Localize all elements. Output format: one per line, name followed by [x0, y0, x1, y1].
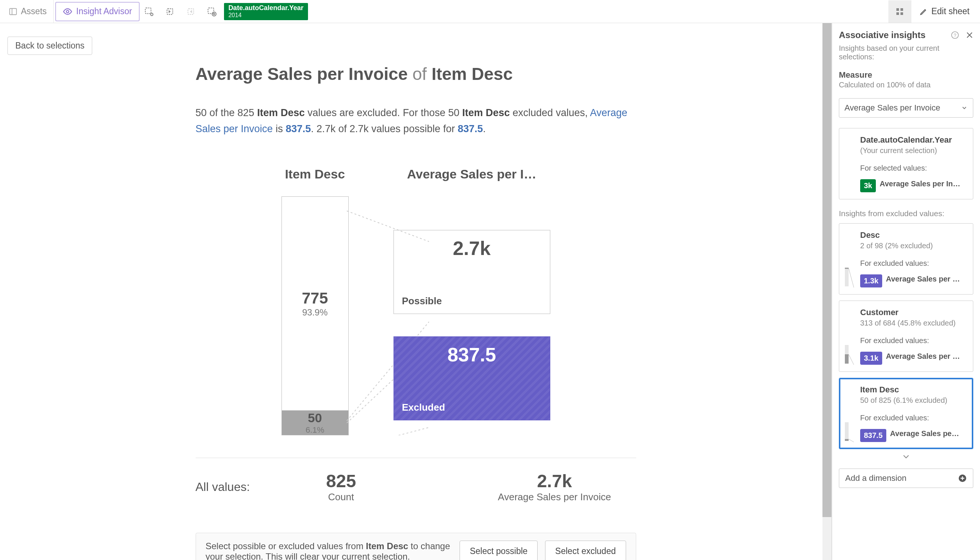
smart-search-icon[interactable] [143, 5, 155, 18]
all-values-row: All values: 825 Count 2.7k Average Sales… [196, 458, 636, 503]
insight-card-item-desc[interactable]: Item Desc 50 of 825 (6.1% excluded) For … [839, 378, 973, 449]
toolbar-right: Edit sheet [888, 0, 978, 23]
current-selection-card[interactable]: Date.autoCalendar.Year (Your current sel… [839, 128, 973, 199]
insight-advisor-label: Insight Advisor [76, 7, 132, 17]
panel-title: Associative insights [839, 30, 925, 40]
insight-card-customer[interactable]: Customer 313 of 684 (45.8% excluded) For… [839, 300, 973, 372]
panel-subtitle: Insights based on your current selection… [832, 44, 980, 67]
close-icon[interactable] [966, 32, 973, 39]
select-possible-button[interactable]: Select possible [460, 541, 538, 560]
step-back-icon[interactable] [163, 5, 176, 18]
title-of: of [408, 64, 432, 83]
selection-tools [140, 0, 221, 23]
grid-icon [895, 7, 904, 16]
main-area: Back to selections Average Sales per Inv… [0, 23, 832, 560]
breakdown-chart: Item Desc 775 93.9% 50 6.1% [196, 167, 636, 435]
insight-card-desc[interactable]: Desc 2 of 98 (2% excluded) For excluded … [839, 223, 973, 295]
spark-icon [843, 420, 855, 443]
title-dimension: Item Desc [432, 64, 513, 83]
toolbar-left: Assets Insight Advisor Date.autoCalendar… [2, 0, 308, 23]
excluded-value: 837.5 [402, 343, 542, 366]
edit-sheet-label: Edit sheet [932, 7, 970, 17]
plus-circle-icon [958, 474, 967, 483]
selection-tag[interactable]: Date.autoCalendar.Year 2014 [224, 3, 308, 20]
current-card-sub: (Your current selection) [860, 147, 965, 155]
step-forward-icon [185, 5, 197, 18]
current-card-for: For selected values: [860, 164, 965, 172]
spark-icon [843, 266, 855, 288]
all-values-label: All values: [196, 480, 282, 494]
possible-label: Possible [402, 295, 442, 307]
excluded-box[interactable]: 837.5 Excluded [393, 337, 550, 420]
measure-column: Average Sales per I… 2.7k Possible 837.5… [393, 167, 550, 435]
svg-rect-24 [845, 268, 848, 269]
measure-dropdown[interactable]: Average Sales per Invoice [839, 98, 973, 118]
assets-button[interactable]: Assets [2, 0, 54, 23]
scrollbar[interactable] [822, 23, 832, 560]
measure-selected: Average Sales per Invoice [845, 103, 940, 113]
insight-description: 50 of the 825 Item Desc values are exclu… [196, 105, 636, 137]
svg-rect-12 [900, 8, 903, 11]
dimension-title: Item Desc [285, 167, 345, 182]
excluded-insights-heading: Insights from excluded values: [832, 202, 980, 220]
panel-icon [9, 7, 17, 16]
current-chip-label: Average Sales per In… [880, 180, 965, 188]
svg-text:?: ? [953, 32, 956, 38]
excluded-label: Excluded [402, 402, 445, 413]
selection-prompt: Select possible or excluded values from … [196, 533, 636, 560]
associative-insights-panel: Associative insights ? Insights based on… [832, 23, 980, 560]
all-count: 825 Count [326, 471, 356, 503]
add-dimension-button[interactable]: Add a dimension [839, 468, 973, 488]
add-dimension-label: Add a dimension [845, 473, 907, 483]
page-title: Average Sales per Invoice of Item Desc [196, 64, 636, 84]
measure-note: Calculated on 100% of data [832, 81, 980, 95]
svg-rect-13 [897, 12, 899, 15]
dimension-column: Item Desc 775 93.9% 50 6.1% [282, 167, 349, 435]
included-count: 775 [302, 289, 328, 307]
spark-icon [843, 343, 855, 365]
svg-point-2 [67, 10, 69, 13]
all-average: 2.7k Average Sales per Invoice [498, 471, 611, 503]
svg-rect-27 [845, 422, 848, 441]
selection-value: 2014 [228, 12, 303, 19]
included-segment[interactable]: 775 93.9% [282, 197, 348, 410]
associative-insights-toggle[interactable] [888, 0, 911, 23]
svg-point-4 [150, 13, 153, 16]
possible-box[interactable]: 2.7k Possible [393, 230, 550, 314]
svg-rect-23 [845, 268, 848, 287]
insight-advisor-button[interactable]: Insight Advisor [55, 2, 140, 21]
possible-value: 2.7k [402, 237, 542, 260]
top-toolbar: Assets Insight Advisor Date.autoCalendar… [0, 0, 980, 23]
excluded-pct: 6.1% [305, 425, 324, 435]
svg-rect-11 [897, 8, 899, 11]
prompt-text: Select possible or excluded values from … [206, 541, 452, 560]
edit-sheet-button[interactable]: Edit sheet [911, 0, 978, 23]
current-card-title: Date.autoCalendar.Year [860, 135, 965, 145]
select-excluded-button[interactable]: Select excluded [545, 541, 626, 560]
included-pct: 93.9% [302, 307, 327, 318]
measure-title: Average Sales per I… [407, 167, 536, 182]
svg-rect-14 [900, 12, 903, 15]
title-metric: Average Sales per Invoice [196, 64, 408, 83]
eye-icon [63, 7, 72, 17]
help-icon[interactable]: ? [951, 31, 959, 39]
excluded-segment[interactable]: 50 6.1% [282, 410, 348, 435]
measure-heading: Measure [832, 67, 980, 81]
pencil-icon [920, 7, 928, 16]
chevron-down-icon [961, 105, 968, 111]
excluded-count: 50 [308, 411, 322, 425]
clear-selections-icon[interactable] [205, 5, 218, 18]
svg-rect-0 [10, 8, 17, 15]
selection-field: Date.autoCalendar.Year [228, 4, 303, 12]
split-bar: 775 93.9% 50 6.1% [282, 197, 349, 435]
svg-rect-3 [145, 8, 151, 13]
svg-rect-28 [845, 439, 848, 441]
assets-label: Assets [21, 7, 47, 17]
current-chip: 3k [860, 179, 876, 192]
back-to-selections-button[interactable]: Back to selections [7, 37, 92, 55]
svg-rect-26 [845, 354, 848, 363]
scroll-down-icon[interactable] [832, 452, 980, 462]
